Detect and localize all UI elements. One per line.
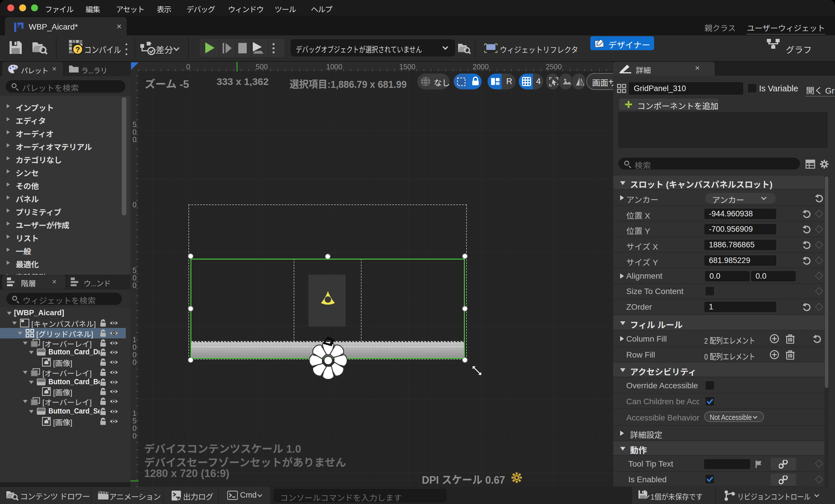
svg-text:?: ?	[75, 45, 80, 54]
